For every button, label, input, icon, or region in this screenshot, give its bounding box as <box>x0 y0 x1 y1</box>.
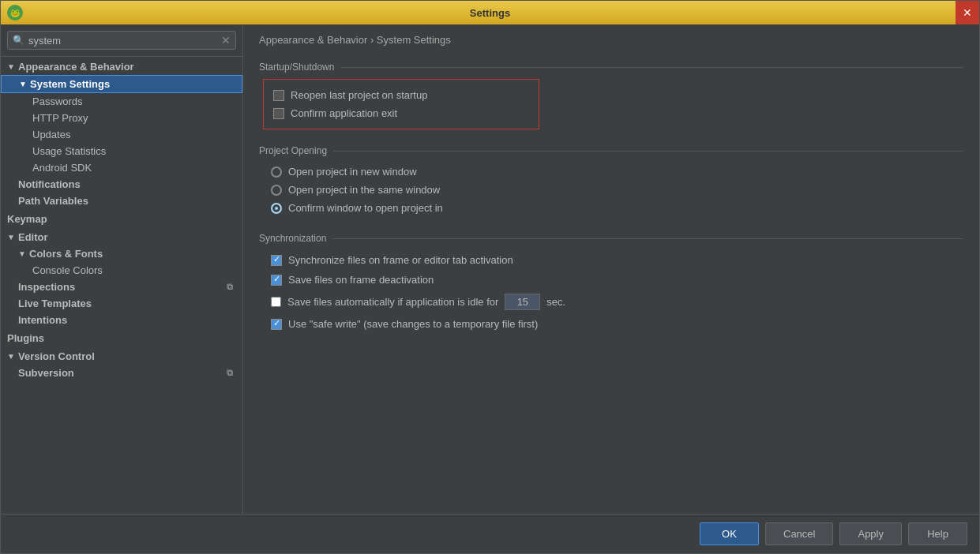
section-divider <box>332 238 963 239</box>
sidebar-item-live-templates[interactable]: Live Templates <box>1 295 242 312</box>
sidebar-item-http-proxy[interactable]: HTTP Proxy <box>1 110 242 126</box>
sidebar-item-label: Version Control <box>18 350 95 362</box>
settings-window: 🐸 Settings ✕ 🔍 ✕ ▼ Appearance & Behavior… <box>0 0 980 554</box>
copy-icon[interactable]: ⧉ <box>227 368 233 378</box>
expand-arrow: ▼ <box>7 233 15 241</box>
reopen-project-item: Reopen last project on startup <box>273 86 529 104</box>
window-title: Settings <box>470 7 510 19</box>
synchronization-label: Synchronization <box>259 233 963 244</box>
sidebar: 🔍 ✕ ▼ Appearance & Behavior ▼ System Set… <box>1 24 243 514</box>
sidebar-item-label: Usage Statistics <box>32 145 106 157</box>
radio-confirm-window-label: Confirm window to open project in <box>288 202 443 214</box>
save-deactivation-checkbox[interactable] <box>271 275 282 286</box>
confirm-exit-item: Confirm application exit <box>273 104 529 122</box>
sidebar-item-updates[interactable]: Updates <box>1 126 242 143</box>
search-clear-icon[interactable]: ✕ <box>221 34 231 47</box>
sidebar-item-label: Editor <box>18 231 48 243</box>
radio-new-window-label: Open project in new window <box>288 166 417 178</box>
sidebar-item-label: Keymap <box>7 213 47 225</box>
sidebar-item-label: Console Colors <box>32 264 103 276</box>
sidebar-item-inspections[interactable]: Inspections ⧉ <box>1 279 242 295</box>
sidebar-item-subversion[interactable]: Subversion ⧉ <box>1 365 242 381</box>
expand-arrow: ▼ <box>19 80 27 88</box>
sidebar-item-label: Intentions <box>18 314 67 326</box>
save-idle-checkbox[interactable] <box>271 297 281 307</box>
radio-new-window-input[interactable] <box>271 167 282 178</box>
idle-sec-label: sec. <box>546 296 565 308</box>
sync-files-label: Synchronize files on frame or editor tab… <box>288 254 513 266</box>
save-idle-label: Save files automatically if application … <box>287 296 498 308</box>
save-idle-item: Save files automatically if application … <box>271 290 963 314</box>
reopen-project-checkbox[interactable] <box>273 90 284 101</box>
sidebar-item-plugins[interactable]: Plugins <box>1 330 242 346</box>
project-opening-section: Project Opening Open project in new wind… <box>259 145 963 217</box>
bottom-bar: OK Cancel Apply Help <box>1 514 979 553</box>
radio-same-window: Open project in the same window <box>271 181 963 199</box>
sidebar-item-label: Updates <box>32 129 70 140</box>
sidebar-item-android-sdk[interactable]: Android SDK <box>1 159 242 176</box>
project-opening-label: Project Opening <box>259 145 963 156</box>
ok-button[interactable]: OK <box>700 522 759 545</box>
radio-new-window: Open project in new window <box>271 163 963 181</box>
confirm-exit-label: Confirm application exit <box>291 107 397 119</box>
titlebar: 🐸 Settings ✕ <box>1 1 979 24</box>
main-panel: Appearance & Behavior › System Settings … <box>243 24 979 514</box>
safe-write-item: Use "safe write" (save changes to a temp… <box>271 314 963 334</box>
search-wrapper: 🔍 ✕ <box>7 31 236 50</box>
inspections-row: Inspections ⧉ <box>18 281 236 293</box>
startup-section: Startup/Shutdown Reopen last project on … <box>259 62 963 129</box>
help-button[interactable]: Help <box>908 522 967 545</box>
idle-time-input[interactable] <box>505 294 540 310</box>
sync-files-item: Synchronize files on frame or editor tab… <box>271 250 963 270</box>
sidebar-item-system-settings[interactable]: ▼ System Settings <box>1 75 242 93</box>
save-deactivation-label: Save files on frame deactivation <box>288 274 434 286</box>
radio-confirm-window-input[interactable] <box>271 203 282 214</box>
sidebar-item-label: Path Variables <box>18 195 88 207</box>
subversion-row: Subversion ⧉ <box>18 367 236 379</box>
sidebar-item-colors-fonts[interactable]: ▼ Colors & Fonts <box>1 245 242 262</box>
confirm-exit-checkbox[interactable] <box>273 108 284 119</box>
sync-files-checkbox[interactable] <box>271 255 282 266</box>
sidebar-item-editor[interactable]: ▼ Editor <box>1 229 242 245</box>
sidebar-item-label: Android SDK <box>32 162 92 174</box>
sidebar-item-label: Subversion <box>18 367 74 379</box>
breadcrumb: Appearance & Behavior › System Settings <box>259 34 963 52</box>
expand-arrow: ▼ <box>18 249 26 258</box>
sidebar-item-intentions[interactable]: Intentions <box>1 312 242 328</box>
radio-same-window-input[interactable] <box>271 185 282 196</box>
sidebar-item-keymap[interactable]: Keymap <box>1 211 242 227</box>
section-divider <box>333 151 963 152</box>
safe-write-checkbox[interactable] <box>271 319 282 330</box>
sidebar-item-label: Notifications <box>18 178 81 190</box>
sidebar-item-label: Plugins <box>7 332 44 344</box>
search-input[interactable] <box>28 35 221 47</box>
sidebar-item-label: System Settings <box>30 78 110 90</box>
search-box: 🔍 ✕ <box>1 24 242 57</box>
sidebar-item-notifications[interactable]: Notifications <box>1 176 242 193</box>
close-button[interactable]: ✕ <box>956 1 979 24</box>
sidebar-item-label: HTTP Proxy <box>32 112 88 124</box>
sidebar-item-label: Live Templates <box>18 298 92 309</box>
save-deactivation-item: Save files on frame deactivation <box>271 270 963 290</box>
copy-icon[interactable]: ⧉ <box>227 282 233 292</box>
sidebar-item-console-colors[interactable]: Console Colors <box>1 262 242 279</box>
sidebar-item-label: Inspections <box>18 281 75 293</box>
radio-same-window-label: Open project in the same window <box>288 184 440 196</box>
synchronization-section: Synchronization Synchronize files on fra… <box>259 233 963 334</box>
app-logo: 🐸 <box>7 5 23 21</box>
apply-button[interactable]: Apply <box>839 522 902 545</box>
search-icon: 🔍 <box>13 35 24 46</box>
sidebar-item-label: Appearance & Behavior <box>18 61 134 73</box>
safe-write-label: Use "safe write" (save changes to a temp… <box>288 318 538 330</box>
sidebar-item-passwords[interactable]: Passwords <box>1 93 242 110</box>
sidebar-item-label: Colors & Fonts <box>29 248 103 260</box>
sidebar-item-path-variables[interactable]: Path Variables <box>1 193 242 209</box>
expand-arrow: ▼ <box>7 352 15 361</box>
sidebar-item-version-control[interactable]: ▼ Version Control <box>1 348 242 365</box>
cancel-button[interactable]: Cancel <box>765 522 833 545</box>
sidebar-item-appearance[interactable]: ▼ Appearance & Behavior <box>1 58 242 75</box>
sidebar-item-label: Passwords <box>32 95 83 107</box>
content-area: 🔍 ✕ ▼ Appearance & Behavior ▼ System Set… <box>1 24 979 514</box>
sidebar-item-usage-statistics[interactable]: Usage Statistics <box>1 143 242 159</box>
startup-section-label: Startup/Shutdown <box>259 62 963 73</box>
